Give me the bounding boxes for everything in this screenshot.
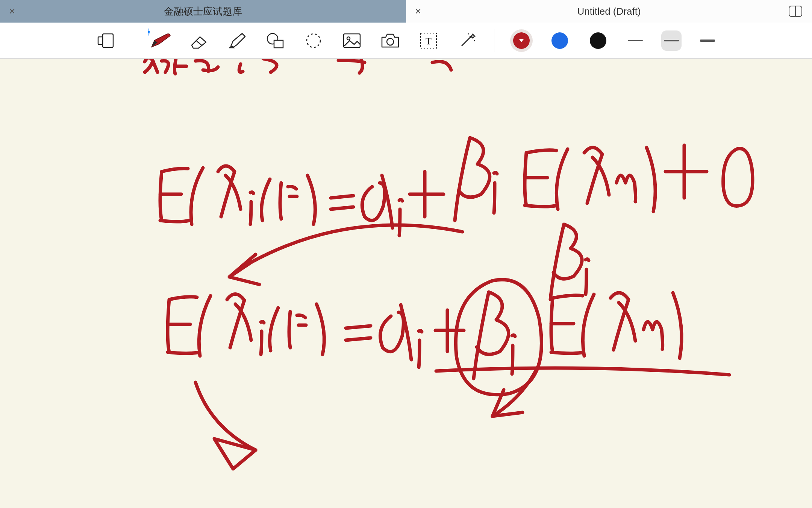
tab-untitled-draft[interactable]: × Untitled (Draft) bbox=[406, 0, 812, 23]
text-tool[interactable]: T bbox=[417, 29, 440, 52]
shapes-tool[interactable] bbox=[264, 29, 286, 52]
svg-rect-6 bbox=[274, 40, 283, 48]
svg-point-15 bbox=[468, 33, 469, 34]
tab-question-bank[interactable]: × 金融硕士应试题库 bbox=[0, 0, 406, 23]
svg-point-10 bbox=[387, 38, 394, 45]
stroke-thin[interactable] bbox=[625, 30, 645, 51]
highlighter-tool[interactable] bbox=[226, 29, 248, 52]
svg-point-7 bbox=[307, 34, 320, 47]
insert-image-button[interactable] bbox=[341, 29, 363, 52]
svg-point-9 bbox=[347, 37, 350, 40]
bluetooth-icon: ᚼ bbox=[147, 28, 151, 37]
tab-title: Untitled (Draft) bbox=[577, 6, 641, 17]
magic-wand-tool[interactable] bbox=[456, 29, 478, 52]
color-blue[interactable] bbox=[548, 29, 571, 52]
color-red[interactable] bbox=[510, 29, 533, 52]
close-icon[interactable]: × bbox=[415, 6, 421, 17]
split-view-icon[interactable] bbox=[789, 6, 802, 17]
svg-line-13 bbox=[462, 37, 471, 46]
eraser-tool[interactable] bbox=[187, 29, 210, 52]
svg-line-4 bbox=[196, 41, 201, 45]
toolbar-divider bbox=[494, 29, 494, 52]
svg-rect-3 bbox=[98, 37, 103, 44]
close-icon[interactable]: × bbox=[9, 6, 15, 17]
stroke-thick[interactable] bbox=[697, 30, 718, 51]
svg-rect-2 bbox=[103, 34, 113, 47]
toolbar-divider bbox=[133, 29, 133, 52]
camera-button[interactable] bbox=[379, 29, 401, 52]
lasso-tool[interactable] bbox=[302, 29, 325, 52]
tab-bar: × 金融硕士应试题库 × Untitled (Draft) bbox=[0, 0, 812, 23]
svg-text:T: T bbox=[426, 36, 432, 47]
toolbar: ᚼ bbox=[0, 23, 812, 59]
stroke-medium[interactable] bbox=[661, 30, 682, 51]
svg-rect-8 bbox=[344, 34, 360, 47]
color-black[interactable] bbox=[587, 29, 609, 52]
note-canvas[interactable] bbox=[0, 59, 812, 508]
pen-tool[interactable]: ᚼ bbox=[149, 29, 171, 52]
svg-point-16 bbox=[474, 40, 475, 41]
page-thumbnails-button[interactable] bbox=[94, 29, 117, 52]
tab-title: 金融硕士应试题库 bbox=[11, 5, 395, 18]
